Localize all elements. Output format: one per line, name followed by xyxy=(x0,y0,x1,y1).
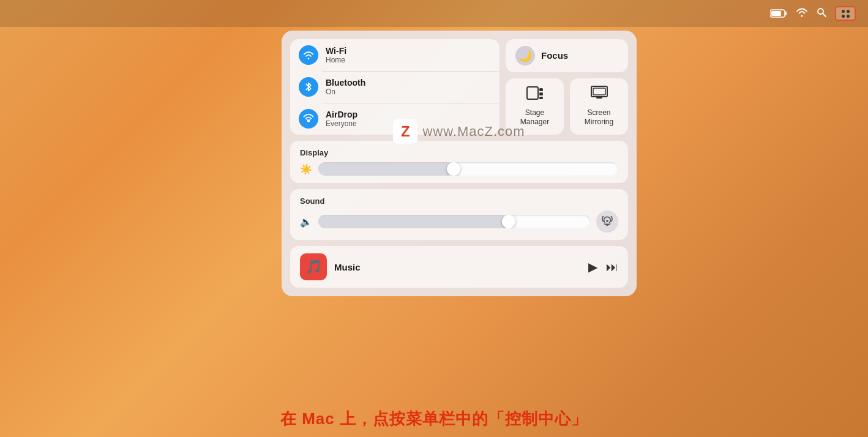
screen-mirroring-icon xyxy=(591,86,608,105)
bluetooth-subtitle: On xyxy=(326,88,365,96)
airdrop-icon xyxy=(299,109,318,129)
focus-button[interactable]: 🌙 Focus xyxy=(506,39,628,72)
volume-slider[interactable] xyxy=(318,215,590,228)
search-icon[interactable] xyxy=(817,7,826,20)
wifi-subtitle: Home xyxy=(326,56,346,64)
airdrop-subtitle: Everyone xyxy=(326,119,357,128)
bottom-right-row: StageManager ScreenMirroring xyxy=(506,78,628,135)
bluetooth-title: Bluetooth xyxy=(326,78,365,88)
stage-manager-button[interactable]: StageManager xyxy=(506,78,564,135)
focus-label: Focus xyxy=(541,50,568,61)
music-section: 🎵 Music ▶ ⏭ xyxy=(290,246,628,288)
stage-manager-label: StageManager xyxy=(520,108,549,127)
svg-rect-1 xyxy=(785,12,787,15)
svg-point-15 xyxy=(606,220,608,222)
control-center-icon xyxy=(842,10,850,18)
wifi-title: Wi-Fi xyxy=(326,46,346,56)
wifi-menubar-icon xyxy=(796,7,808,20)
music-note-icon: 🎵 xyxy=(305,259,322,275)
bluetooth-text: Bluetooth On xyxy=(326,78,365,96)
brightness-thumb xyxy=(447,162,460,176)
brightness-slider[interactable] xyxy=(318,162,618,176)
sound-section: Sound 🔈 xyxy=(290,189,628,240)
caption: 在 Mac 上，点按菜单栏中的「控制中心」 xyxy=(0,408,868,430)
menubar xyxy=(0,0,868,27)
screen-mirroring-label: ScreenMirroring xyxy=(585,108,613,127)
fast-forward-button[interactable]: ⏭ xyxy=(606,260,618,274)
svg-rect-8 xyxy=(527,87,538,99)
svg-rect-13 xyxy=(593,88,605,95)
airdrop-button[interactable]: AirDrop Everyone xyxy=(290,103,499,135)
svg-rect-11 xyxy=(539,97,543,99)
bluetooth-icon xyxy=(299,77,318,97)
right-group: 🌙 Focus StageManager xyxy=(506,39,628,135)
svg-rect-2 xyxy=(771,11,781,16)
brightness-icon: ☀️ xyxy=(300,163,312,175)
wifi-icon xyxy=(299,45,318,65)
screen-mirroring-button[interactable]: ScreenMirroring xyxy=(570,78,628,135)
volume-fill xyxy=(318,215,509,228)
control-center-panel: Wi-Fi Home Bluetooth On xyxy=(282,31,637,296)
connectivity-group: Wi-Fi Home Bluetooth On xyxy=(290,39,499,135)
airplay-button[interactable] xyxy=(596,211,618,233)
svg-line-4 xyxy=(823,13,826,17)
wifi-button[interactable]: Wi-Fi Home xyxy=(290,39,499,71)
brightness-fill xyxy=(318,162,454,176)
play-button[interactable]: ▶ xyxy=(588,260,597,274)
display-section: Display ☀️ xyxy=(290,141,628,183)
battery-icon xyxy=(770,9,787,18)
sound-slider-row: 🔈 xyxy=(300,211,618,233)
svg-rect-9 xyxy=(539,88,543,91)
wifi-text: Wi-Fi Home xyxy=(326,46,346,64)
menubar-right xyxy=(770,0,868,27)
display-label: Display xyxy=(300,148,618,157)
sound-label: Sound xyxy=(300,196,618,206)
volume-thumb xyxy=(502,215,515,228)
volume-icon: 🔈 xyxy=(300,216,312,228)
svg-rect-10 xyxy=(539,92,543,95)
control-center-button[interactable] xyxy=(835,6,856,21)
bluetooth-button[interactable]: Bluetooth On xyxy=(290,71,499,103)
music-controls: ▶ ⏭ xyxy=(588,260,618,274)
airdrop-title: AirDrop xyxy=(326,110,357,119)
stage-manager-icon xyxy=(526,86,544,105)
display-slider-row: ☀️ xyxy=(300,162,618,176)
music-title: Music xyxy=(334,262,581,272)
focus-moon-icon: 🌙 xyxy=(515,46,535,65)
top-row: Wi-Fi Home Bluetooth On xyxy=(290,39,628,135)
music-app-icon: 🎵 xyxy=(300,253,327,280)
airdrop-text: AirDrop Everyone xyxy=(326,110,357,128)
